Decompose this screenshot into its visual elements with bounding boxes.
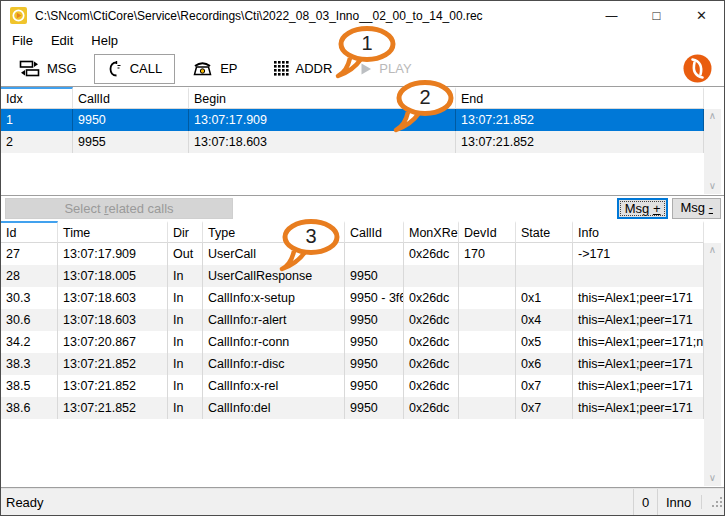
minimize-button[interactable]: —	[589, 1, 634, 30]
scroll-up-icon[interactable]: ∧	[709, 109, 716, 124]
scroll-down-icon[interactable]: ∨	[709, 179, 716, 194]
scroll-up-icon[interactable]: ∧	[709, 243, 716, 258]
cell-monxref: 0x26dc	[404, 375, 459, 397]
innovaphone-logo	[682, 53, 713, 84]
message-row[interactable]: 30.6 13:07:18.603 In CallInfo:r-alert 99…	[1, 309, 704, 331]
cell-info: this=Alex1;peer=171	[573, 287, 704, 309]
msg-plus-button[interactable]: Msg +	[617, 198, 669, 219]
app-window: C:\SNcom\CtiCore\Service\Recordings\Cti\…	[0, 0, 725, 516]
column-header-time[interactable]: Time	[58, 221, 168, 243]
cell-state: 0x7	[516, 375, 573, 397]
cell-id: 38.6	[1, 397, 58, 419]
cell-info: ->171	[573, 243, 704, 265]
cell-callid: 9950	[345, 397, 404, 419]
cell-id: 30.3	[1, 287, 58, 309]
cell-devid	[459, 353, 516, 375]
cell-callid: 9950	[345, 309, 404, 331]
ep-icon	[192, 60, 213, 77]
calls-table: Idx CallId Begin End 1 9950 13:07:17.909…	[1, 87, 704, 153]
calls-row[interactable]: 2 9955 13:07:18.603 13:07:21.852	[1, 131, 704, 153]
cell-devid	[459, 375, 516, 397]
cell-time: 13:07:18.603	[58, 287, 168, 309]
column-header-dir[interactable]: Dir	[168, 221, 203, 243]
message-row[interactable]: 38.5 13:07:21.852 In CallInfo:x-rel 9950…	[1, 375, 704, 397]
column-header-idx[interactable]: Idx	[1, 87, 73, 109]
close-button[interactable]: ✕	[679, 1, 724, 30]
actions-row: Select related calls Msg + Msg -	[1, 196, 724, 221]
msg-label: MSG	[47, 61, 77, 76]
column-header-type[interactable]: Type	[203, 221, 345, 243]
calls-row[interactable]: 1 9950 13:07:17.909 13:07:21.852	[1, 109, 704, 131]
column-header-info[interactable]: Info	[573, 221, 704, 243]
menu-help[interactable]: Help	[82, 30, 127, 51]
play-button: PLAY	[353, 55, 419, 82]
select-related-calls-button: Select related calls	[5, 198, 233, 219]
cell-devid	[459, 287, 516, 309]
cell-end: 13:07:21.852	[456, 109, 704, 131]
status-text: Ready	[1, 495, 633, 510]
cell-state	[516, 243, 573, 265]
cell-monxref: 0x26dc	[404, 309, 459, 331]
cell-end: 13:07:21.852	[456, 131, 704, 153]
message-row[interactable]: 28 13:07:18.005 In UserCallResponse 9950	[1, 265, 704, 287]
column-header-devid[interactable]: DevId	[459, 221, 516, 243]
message-row[interactable]: 38.6 13:07:21.852 In CallInfo:del 9950 0…	[1, 397, 704, 419]
resize-grip-icon[interactable]	[701, 495, 724, 509]
status-count: 0	[633, 489, 657, 515]
cell-monxref	[404, 265, 459, 287]
column-header-begin[interactable]: Begin	[189, 87, 456, 109]
message-row[interactable]: 30.3 13:07:18.603 In CallInfo:x-setup 99…	[1, 287, 704, 309]
cell-state: 0x4	[516, 309, 573, 331]
message-row[interactable]: 34.2 13:07:20.867 In CallInfo:r-conn 995…	[1, 331, 704, 353]
window-title: C:\SNcom\CtiCore\Service\Recordings\Cti\…	[35, 9, 483, 23]
cell-monxref: 0x26dc	[404, 353, 459, 375]
maximize-button[interactable]: □	[634, 1, 679, 30]
app-icon	[10, 7, 27, 24]
column-header-id[interactable]: Id	[1, 221, 58, 243]
msg-button[interactable]: MSG	[11, 54, 85, 83]
cell-id: 34.2	[1, 331, 58, 353]
cell-devid	[459, 309, 516, 331]
ep-label: EP	[220, 61, 237, 76]
column-header-state[interactable]: State	[516, 221, 573, 243]
cell-idx: 1	[1, 109, 73, 131]
cell-idx: 2	[1, 131, 73, 153]
calls-vertical-scrollbar[interactable]: ∧ ∨	[704, 109, 721, 194]
play-icon	[361, 63, 372, 75]
menu-edit[interactable]: Edit	[42, 30, 82, 51]
cell-type: CallInfo:r-disc	[203, 353, 345, 375]
status-bar: Ready 0 Inno	[1, 488, 724, 515]
cell-id: 27	[1, 243, 58, 265]
msg-minus-button[interactable]: Msg -	[672, 198, 721, 219]
cell-callid: 9950	[345, 353, 404, 375]
messages-vertical-scrollbar[interactable]: ∧ ∨	[704, 243, 721, 486]
cell-devid	[459, 265, 516, 287]
cell-state	[516, 265, 573, 287]
cell-state: 0x6	[516, 353, 573, 375]
column-header-callid[interactable]: CallId	[73, 87, 189, 109]
cell-id: 30.6	[1, 309, 58, 331]
cell-dir: In	[168, 397, 203, 419]
column-header-monxref[interactable]: MonXRef	[404, 221, 459, 243]
cell-type: CallInfo:x-setup	[203, 287, 345, 309]
cell-info: this=Alex1;peer=171	[573, 353, 704, 375]
addr-button[interactable]: ADDR	[266, 55, 341, 82]
cell-monxref: 0x26dc	[404, 243, 459, 265]
cell-time: 13:07:21.852	[58, 353, 168, 375]
call-button[interactable]: CALL	[94, 54, 176, 84]
call-icon	[107, 60, 123, 78]
cell-info	[573, 265, 704, 287]
cell-type: CallInfo:x-rel	[203, 375, 345, 397]
ep-button[interactable]: EP	[184, 54, 245, 83]
addr-icon	[274, 61, 289, 76]
menu-file[interactable]: File	[3, 30, 42, 51]
cell-monxref: 0x26dc	[404, 397, 459, 419]
column-header-callid[interactable]: CallId	[345, 221, 404, 243]
column-header-end[interactable]: End	[456, 87, 704, 109]
messages-header-row: Id Time Dir Type CallId MonXRef DevId St…	[1, 221, 704, 243]
message-row[interactable]: 38.3 13:07:21.852 In CallInfo:r-disc 995…	[1, 353, 704, 375]
cell-type: UserCallResponse	[203, 265, 345, 287]
cell-callid: 9955	[73, 131, 189, 153]
message-row[interactable]: 27 13:07:17.909 Out UserCall 0x26dc 170 …	[1, 243, 704, 265]
scroll-down-icon[interactable]: ∨	[709, 471, 716, 486]
